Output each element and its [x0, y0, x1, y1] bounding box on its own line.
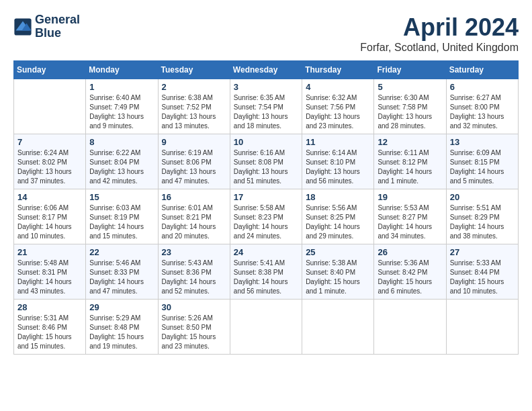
day-info: Sunrise: 5:31 AMSunset: 8:46 PMDaylight:… — [17, 314, 82, 351]
weekday-header: Saturday — [446, 61, 518, 79]
day-number: 12 — [378, 137, 442, 147]
logo-icon — [13, 17, 32, 36]
day-number: 6 — [450, 82, 515, 92]
day-number: 17 — [234, 192, 298, 202]
day-info: Sunrise: 5:51 AMSunset: 8:29 PMDaylight:… — [450, 203, 515, 241]
day-info: Sunrise: 6:09 AMSunset: 8:15 PMDaylight:… — [450, 148, 515, 186]
day-number: 1 — [89, 82, 154, 92]
calendar-cell: 22Sunrise: 5:46 AMSunset: 8:33 PMDayligh… — [86, 244, 158, 300]
calendar-cell: 6Sunrise: 6:27 AMSunset: 8:00 PMDaylight… — [446, 79, 518, 134]
calendar-cell: 8Sunrise: 6:22 AMSunset: 8:04 PMDaylight… — [86, 134, 158, 189]
day-number: 2 — [162, 82, 226, 92]
location: Forfar, Scotland, United Kingdom — [360, 42, 519, 54]
day-info: Sunrise: 5:56 AMSunset: 8:25 PMDaylight:… — [306, 203, 370, 241]
day-info: Sunrise: 6:16 AMSunset: 8:08 PMDaylight:… — [234, 148, 298, 186]
day-number: 8 — [89, 137, 154, 147]
weekday-header: Friday — [374, 61, 446, 79]
calendar-week-row: 7Sunrise: 6:24 AMSunset: 8:02 PMDaylight… — [14, 134, 519, 189]
day-info: Sunrise: 6:38 AMSunset: 7:52 PMDaylight:… — [162, 93, 226, 131]
day-info: Sunrise: 6:03 AMSunset: 8:19 PMDaylight:… — [89, 203, 154, 241]
day-number: 29 — [89, 302, 154, 312]
calendar-cell: 27Sunrise: 5:33 AMSunset: 8:44 PMDayligh… — [446, 244, 518, 300]
calendar-cell: 5Sunrise: 6:30 AMSunset: 7:58 PMDaylight… — [374, 79, 446, 134]
calendar-cell: 13Sunrise: 6:09 AMSunset: 8:15 PMDayligh… — [446, 134, 518, 189]
day-info: Sunrise: 5:36 AMSunset: 8:42 PMDaylight:… — [378, 259, 442, 296]
calendar-header-row: SundayMondayTuesdayWednesdayThursdayFrid… — [14, 61, 519, 79]
calendar-cell: 4Sunrise: 6:32 AMSunset: 7:56 PMDaylight… — [302, 79, 374, 134]
day-info: Sunrise: 6:30 AMSunset: 7:58 PMDaylight:… — [378, 93, 442, 131]
calendar-cell: 10Sunrise: 6:16 AMSunset: 8:08 PMDayligh… — [230, 134, 302, 189]
calendar-cell: 25Sunrise: 5:38 AMSunset: 8:40 PMDayligh… — [302, 244, 374, 300]
day-number: 18 — [306, 192, 370, 202]
day-info: Sunrise: 6:19 AMSunset: 8:06 PMDaylight:… — [162, 148, 226, 186]
calendar-cell: 26Sunrise: 5:36 AMSunset: 8:42 PMDayligh… — [374, 244, 446, 300]
day-info: Sunrise: 5:26 AMSunset: 8:50 PMDaylight:… — [162, 314, 226, 351]
day-number: 10 — [234, 137, 298, 147]
day-number: 16 — [162, 192, 226, 202]
calendar-cell: 1Sunrise: 6:40 AMSunset: 7:49 PMDaylight… — [86, 79, 158, 134]
calendar-cell: 23Sunrise: 5:43 AMSunset: 8:36 PMDayligh… — [158, 244, 230, 300]
weekday-header: Thursday — [302, 61, 374, 79]
day-info: Sunrise: 5:58 AMSunset: 8:23 PMDaylight:… — [234, 203, 298, 241]
day-number: 26 — [378, 247, 442, 257]
month-title: April 2024 — [360, 13, 519, 42]
day-number: 5 — [378, 82, 442, 92]
day-info: Sunrise: 5:43 AMSunset: 8:36 PMDaylight:… — [162, 259, 226, 296]
calendar-cell: 11Sunrise: 6:14 AMSunset: 8:10 PMDayligh… — [302, 134, 374, 189]
day-info: Sunrise: 6:14 AMSunset: 8:10 PMDaylight:… — [306, 148, 370, 186]
day-number: 9 — [162, 137, 226, 147]
calendar-cell — [446, 300, 518, 355]
calendar-cell: 16Sunrise: 6:01 AMSunset: 8:21 PMDayligh… — [158, 189, 230, 244]
day-number: 21 — [17, 247, 82, 257]
calendar-cell: 30Sunrise: 5:26 AMSunset: 8:50 PMDayligh… — [158, 300, 230, 355]
day-info: Sunrise: 6:22 AMSunset: 8:04 PMDaylight:… — [89, 148, 154, 186]
day-number: 19 — [378, 192, 442, 202]
calendar-cell: 21Sunrise: 5:48 AMSunset: 8:31 PMDayligh… — [14, 244, 86, 300]
day-number: 28 — [17, 302, 82, 312]
calendar-cell: 29Sunrise: 5:29 AMSunset: 8:48 PMDayligh… — [86, 300, 158, 355]
calendar-table: SundayMondayTuesdayWednesdayThursdayFrid… — [13, 60, 519, 355]
day-info: Sunrise: 5:46 AMSunset: 8:33 PMDaylight:… — [89, 259, 154, 296]
weekday-header: Sunday — [14, 61, 86, 79]
calendar-week-row: 14Sunrise: 6:06 AMSunset: 8:17 PMDayligh… — [14, 189, 519, 244]
weekday-header: Wednesday — [230, 61, 302, 79]
calendar-cell: 9Sunrise: 6:19 AMSunset: 8:06 PMDaylight… — [158, 134, 230, 189]
calendar-cell: 19Sunrise: 5:53 AMSunset: 8:27 PMDayligh… — [374, 189, 446, 244]
day-number: 27 — [450, 247, 515, 257]
day-number: 7 — [17, 137, 82, 147]
day-number: 22 — [89, 247, 154, 257]
calendar-cell: 7Sunrise: 6:24 AMSunset: 8:02 PMDaylight… — [14, 134, 86, 189]
page-header: General Blue April 2024 Forfar, Scotland… — [13, 13, 519, 54]
calendar-cell — [230, 300, 302, 355]
day-number: 25 — [306, 247, 370, 257]
day-number: 30 — [162, 302, 226, 312]
calendar-cell: 14Sunrise: 6:06 AMSunset: 8:17 PMDayligh… — [14, 189, 86, 244]
calendar-cell: 24Sunrise: 5:41 AMSunset: 8:38 PMDayligh… — [230, 244, 302, 300]
calendar-week-row: 21Sunrise: 5:48 AMSunset: 8:31 PMDayligh… — [14, 244, 519, 300]
day-info: Sunrise: 6:40 AMSunset: 7:49 PMDaylight:… — [89, 93, 154, 131]
day-info: Sunrise: 5:38 AMSunset: 8:40 PMDaylight:… — [306, 259, 370, 296]
day-number: 13 — [450, 137, 515, 147]
day-number: 3 — [234, 82, 298, 92]
calendar-cell: 2Sunrise: 6:38 AMSunset: 7:52 PMDaylight… — [158, 79, 230, 134]
day-info: Sunrise: 6:35 AMSunset: 7:54 PMDaylight:… — [234, 93, 298, 131]
calendar-cell — [302, 300, 374, 355]
logo: General Blue — [13, 13, 80, 40]
calendar-cell — [14, 79, 86, 134]
day-number: 14 — [17, 192, 82, 202]
calendar-week-row: 1Sunrise: 6:40 AMSunset: 7:49 PMDaylight… — [14, 79, 519, 134]
day-info: Sunrise: 5:29 AMSunset: 8:48 PMDaylight:… — [89, 314, 154, 351]
day-info: Sunrise: 6:06 AMSunset: 8:17 PMDaylight:… — [17, 203, 82, 241]
day-info: Sunrise: 5:48 AMSunset: 8:31 PMDaylight:… — [17, 259, 82, 296]
weekday-header: Tuesday — [158, 61, 230, 79]
day-info: Sunrise: 6:32 AMSunset: 7:56 PMDaylight:… — [306, 93, 370, 131]
title-block: April 2024 Forfar, Scotland, United King… — [360, 13, 519, 54]
day-number: 11 — [306, 137, 370, 147]
day-info: Sunrise: 6:24 AMSunset: 8:02 PMDaylight:… — [17, 148, 82, 186]
day-info: Sunrise: 6:01 AMSunset: 8:21 PMDaylight:… — [162, 203, 226, 241]
day-info: Sunrise: 5:53 AMSunset: 8:27 PMDaylight:… — [378, 203, 442, 241]
calendar-week-row: 28Sunrise: 5:31 AMSunset: 8:46 PMDayligh… — [14, 300, 519, 355]
day-info: Sunrise: 6:11 AMSunset: 8:12 PMDaylight:… — [378, 148, 442, 186]
day-info: Sunrise: 6:27 AMSunset: 8:00 PMDaylight:… — [450, 93, 515, 131]
day-number: 23 — [162, 247, 226, 257]
